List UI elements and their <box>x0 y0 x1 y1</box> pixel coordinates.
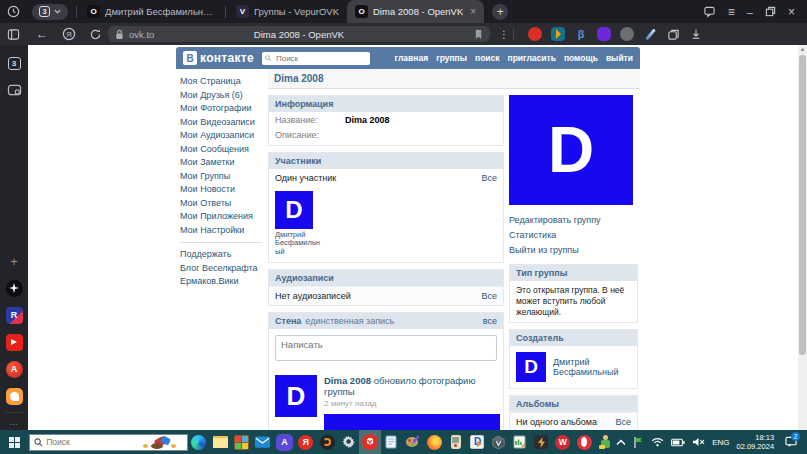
wall-all-link[interactable]: все <box>483 316 497 326</box>
yandex-music-icon[interactable] <box>5 387 23 405</box>
alice-app-icon[interactable]: A <box>5 360 23 378</box>
statistics-link[interactable]: Статистика <box>509 228 638 243</box>
tab-groups[interactable]: V Группы - VepurOVK <box>228 0 347 23</box>
close-window-icon[interactable]: × <box>788 5 795 19</box>
tab-count-icon[interactable]: 3 <box>5 54 23 72</box>
tab-dima2008-active[interactable]: O Dima 2008 - OpenVK × <box>347 0 484 23</box>
settings-gear-icon[interactable] <box>338 430 359 454</box>
taskbar-search-box[interactable] <box>29 434 188 451</box>
taskbar-clock[interactable]: 18:13 02.09.2024 <box>737 433 775 451</box>
url-field[interactable]: ovk.to Dima 2008 - OpenVK <box>108 26 490 42</box>
new-tab-button[interactable]: + <box>492 4 508 20</box>
notepad-icon[interactable] <box>381 430 402 454</box>
virtualbox-icon[interactable] <box>488 430 509 454</box>
nav-logout[interactable]: выйти <box>606 53 633 63</box>
add-panel-icon[interactable]: + <box>5 252 23 270</box>
installer-person-icon[interactable] <box>595 430 616 454</box>
group-avatar[interactable]: D <box>509 95 633 205</box>
vk-search-input[interactable] <box>262 52 370 65</box>
creator-name-link[interactable]: Дмитрий Бесфамильный <box>553 357 631 377</box>
nav-groups[interactable]: группы <box>436 53 467 63</box>
members-all-link[interactable]: Все <box>481 173 497 183</box>
menu-my-audios[interactable]: Мои Аудиозаписи <box>180 129 264 143</box>
rutube-icon[interactable]: R <box>5 306 23 324</box>
taskbar-search-input[interactable] <box>46 437 126 447</box>
scroll-up-arrow[interactable]: ▲ <box>798 46 807 52</box>
edit-group-link[interactable]: Редактировать группу <box>509 213 638 228</box>
firefox-icon[interactable] <box>424 430 445 454</box>
mercury-app-icon[interactable] <box>316 430 337 454</box>
yandex-icon[interactable]: Я <box>295 430 316 454</box>
menu-my-videos[interactable]: Мои Видеозаписи <box>180 116 264 130</box>
media-player-icon[interactable]: D <box>466 430 487 454</box>
menu-icon[interactable]: ≡ <box>728 5 735 19</box>
nav-invite[interactable]: пригласить <box>508 53 556 63</box>
vk-logo[interactable]: В контакте <box>183 51 254 65</box>
handheld-emulator-icon[interactable] <box>445 430 466 454</box>
file-explorer-icon[interactable] <box>209 430 230 454</box>
menu-my-photos[interactable]: Мои Фотографии <box>180 102 264 116</box>
yandex-home-icon[interactable]: Я <box>62 27 76 41</box>
menu-my-page[interactable]: Моя Страница <box>180 75 264 89</box>
edge-icon[interactable] <box>188 430 209 454</box>
cards-icon[interactable] <box>666 27 680 41</box>
tab-counter-button[interactable]: 3 <box>32 4 68 20</box>
alice-sparkle-icon[interactable] <box>5 279 23 297</box>
action-center-icon[interactable]: 2 <box>781 430 801 454</box>
bookmark-flag-icon[interactable] <box>474 29 483 40</box>
ms-store-icon[interactable] <box>231 430 252 454</box>
winamp-icon[interactable] <box>531 430 552 454</box>
sidebar-toggle-icon[interactable] <box>7 28 20 41</box>
report-doc-icon[interactable] <box>509 430 530 454</box>
menu-my-news[interactable]: Мои Новости <box>180 183 264 197</box>
nav-main[interactable]: главная <box>395 53 429 63</box>
back-icon[interactable]: ← <box>36 27 48 41</box>
menu-my-messages[interactable]: Мои Сообщения <box>180 143 264 157</box>
extension-purple-icon[interactable] <box>597 27 611 41</box>
more-apps-icon[interactable]: … <box>5 412 23 430</box>
yandex-browser-icon-active[interactable]: Y <box>359 430 380 454</box>
extension-teal-icon[interactable] <box>551 27 565 41</box>
creator-avatar[interactable]: D <box>516 352 546 382</box>
youtube-icon[interactable] <box>5 333 23 351</box>
menu-blog[interactable]: Блог Веселкрафта <box>180 262 264 276</box>
tab-close-icon[interactable]: × <box>470 6 476 17</box>
mail-icon[interactable] <box>252 430 273 454</box>
nav-search[interactable]: поиск <box>475 53 500 63</box>
albums-all-link[interactable]: Все <box>615 417 631 427</box>
menu-my-settings[interactable]: Мои Настройки <box>180 224 264 238</box>
menu-my-notes[interactable]: Мои Заметки <box>180 156 264 170</box>
wall-compose-input[interactable] <box>275 335 497 361</box>
menu-wiki[interactable]: Ермаков.Вики <box>180 275 264 289</box>
hidden-icons-chevron[interactable] <box>616 439 626 446</box>
post-author-link[interactable]: Dima 2008 <box>324 375 371 386</box>
start-button[interactable] <box>0 430 29 454</box>
download-icon[interactable] <box>689 27 703 41</box>
menu-my-groups[interactable]: Мои Группы <box>180 170 264 184</box>
tab-profile[interactable]: O Дмитрий Бесфамильный <box>79 0 223 23</box>
battery-icon[interactable] <box>671 438 685 447</box>
vpn-app-icon[interactable]: A <box>274 430 295 454</box>
opera-icon[interactable] <box>573 430 594 454</box>
extension-red-icon[interactable] <box>528 27 542 41</box>
extension-globe-icon[interactable] <box>620 27 634 41</box>
w-app-icon[interactable]: W <box>552 430 573 454</box>
meet-now-flag-icon[interactable] <box>633 437 644 448</box>
volume-muted-icon[interactable] <box>692 437 705 447</box>
reload-icon[interactable] <box>89 28 102 41</box>
menu-my-apps[interactable]: Мои Приложения <box>180 210 264 224</box>
talk-icon[interactable] <box>703 5 716 18</box>
extension-beta-icon[interactable]: β <box>574 27 588 41</box>
nav-help[interactable]: помощь <box>564 53 598 63</box>
audios-all-link[interactable]: Все <box>481 291 497 301</box>
member-avatar[interactable]: D <box>275 191 313 229</box>
language-indicator[interactable]: ENG <box>712 438 729 447</box>
page-scrollbar[interactable]: ▲ <box>798 45 807 430</box>
post-photo[interactable]: D <box>324 414 500 430</box>
post-author-avatar[interactable]: D <box>275 375 317 417</box>
paint-icon[interactable] <box>402 430 423 454</box>
restore-window-icon[interactable] <box>765 6 776 17</box>
minimize-icon[interactable]: – <box>747 6 753 18</box>
leave-group-link[interactable]: Выйти из группы <box>509 243 638 258</box>
menu-my-friends[interactable]: Мои Друзья (6) <box>180 89 264 103</box>
